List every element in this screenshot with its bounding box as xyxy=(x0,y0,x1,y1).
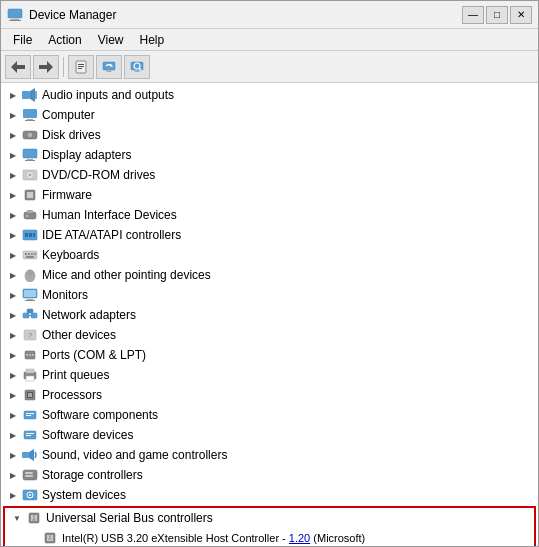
system-label: System devices xyxy=(42,488,538,502)
monitors-label: Monitors xyxy=(42,288,538,302)
svg-rect-75 xyxy=(22,452,29,458)
svg-rect-43 xyxy=(31,253,33,255)
toolbar-separator-1 xyxy=(63,57,64,77)
tree-panel[interactable]: ▶ Audio inputs and outputs ▶ Computer ▶ xyxy=(1,83,538,546)
expand-mice[interactable]: ▶ xyxy=(5,267,21,283)
expand-sound[interactable]: ▶ xyxy=(5,447,21,463)
svg-rect-74 xyxy=(26,435,31,436)
expand-computer[interactable]: ▶ xyxy=(5,107,21,123)
expand-audio[interactable]: ▶ xyxy=(5,87,21,103)
svg-rect-39 xyxy=(33,233,35,237)
firmware-icon xyxy=(21,187,39,203)
tree-item-ports[interactable]: ▶ Ports (COM & LPT) xyxy=(1,345,538,365)
expand-keyboard[interactable]: ▶ xyxy=(5,247,21,263)
tree-item-print[interactable]: ▶ Print queues xyxy=(1,365,538,385)
expand-processors[interactable]: ▶ xyxy=(5,387,21,403)
svg-rect-52 xyxy=(25,300,35,301)
svg-rect-44 xyxy=(34,253,36,255)
svg-rect-78 xyxy=(25,472,33,474)
storage-icon xyxy=(21,467,39,483)
svg-point-35 xyxy=(26,215,28,217)
tree-item-system[interactable]: ▶ System devices xyxy=(1,485,538,505)
tree-item-software-devices[interactable]: ▶ Software devices xyxy=(1,425,538,445)
tree-item-audio[interactable]: ▶ Audio inputs and outputs xyxy=(1,85,538,105)
software-components-label: Software components xyxy=(42,408,538,422)
expand-print[interactable]: ▶ xyxy=(5,367,21,383)
expand-monitors[interactable]: ▶ xyxy=(5,287,21,303)
expand-dvd[interactable]: ▶ xyxy=(5,167,21,183)
properties-button[interactable] xyxy=(68,55,94,79)
expand-hid[interactable]: ▶ xyxy=(5,207,21,223)
svg-rect-8 xyxy=(78,68,82,69)
svg-marker-76 xyxy=(29,449,34,461)
svg-rect-79 xyxy=(25,475,33,477)
back-button[interactable] xyxy=(5,55,31,79)
svg-rect-73 xyxy=(26,433,34,434)
print-icon xyxy=(21,367,39,383)
expand-display[interactable]: ▶ xyxy=(5,147,21,163)
menu-help[interactable]: Help xyxy=(132,31,173,49)
network-label: Network adapters xyxy=(42,308,538,322)
maximize-button[interactable]: □ xyxy=(486,6,508,24)
expand-disk[interactable]: ▶ xyxy=(5,127,21,143)
expand-software-devices[interactable]: ▶ xyxy=(5,427,21,443)
expand-other[interactable]: ▶ xyxy=(5,327,21,343)
minimize-button[interactable]: — xyxy=(462,6,484,24)
expand-ide[interactable]: ▶ xyxy=(5,227,21,243)
tree-item-ide[interactable]: ▶ IDE ATA/ATAPI controllers xyxy=(1,225,538,245)
update-button[interactable] xyxy=(96,55,122,79)
tree-item-software-components[interactable]: ▶ Software components xyxy=(1,405,538,425)
tree-item-monitors[interactable]: ▶ Monitors xyxy=(1,285,538,305)
keyboard-label: Keyboards xyxy=(42,248,538,262)
tree-item-storage[interactable]: ▶ Storage controllers xyxy=(1,465,538,485)
scan-button[interactable] xyxy=(124,55,150,79)
expand-system[interactable]: ▶ xyxy=(5,487,21,503)
version-link[interactable]: 1.20 xyxy=(289,532,310,544)
device-manager-window: Device Manager — □ ✕ File Action View He… xyxy=(0,0,539,547)
audio-label: Audio inputs and outputs xyxy=(42,88,538,102)
svg-rect-2 xyxy=(9,20,21,21)
tree-item-hid[interactable]: ▶ Human Interface Devices xyxy=(1,205,538,225)
forward-button[interactable] xyxy=(33,55,59,79)
menu-action[interactable]: Action xyxy=(40,31,89,49)
title-bar-controls: — □ ✕ xyxy=(462,6,532,24)
menu-file[interactable]: File xyxy=(5,31,40,49)
svg-rect-21 xyxy=(25,120,35,121)
tree-item-computer[interactable]: ▶ Computer xyxy=(1,105,538,125)
svg-rect-42 xyxy=(28,253,30,255)
svg-point-82 xyxy=(29,494,31,496)
hid-icon xyxy=(21,207,39,223)
sound-icon xyxy=(21,447,39,463)
tree-item-mice[interactable]: ▶ Mice and other pointing devices xyxy=(1,265,538,285)
tree-item-usb[interactable]: ▼ Universal Serial Bus controllers xyxy=(5,508,534,528)
audio-icon xyxy=(21,87,39,103)
tree-item-disk[interactable]: ▶ Disk drives xyxy=(1,125,538,145)
menu-view[interactable]: View xyxy=(90,31,132,49)
expand-firmware[interactable]: ▶ xyxy=(5,187,21,203)
title-bar-left: Device Manager xyxy=(7,7,116,23)
tree-item-intel-usb[interactable]: Intel(R) USB 3.20 eXtensible Host Contro… xyxy=(5,528,534,546)
tree-item-dvd[interactable]: ▶ DVD/CD-ROM drives xyxy=(1,165,538,185)
close-button[interactable]: ✕ xyxy=(510,6,532,24)
expand-network[interactable]: ▶ xyxy=(5,307,21,323)
svg-point-24 xyxy=(29,134,31,136)
svg-marker-3 xyxy=(11,61,25,73)
tree-item-firmware[interactable]: ▶ Firmware xyxy=(1,185,538,205)
svg-rect-64 xyxy=(26,369,34,373)
tree-item-network[interactable]: ▶ Network adapters xyxy=(1,305,538,325)
svg-rect-33 xyxy=(24,212,36,219)
tree-item-display[interactable]: ▶ Display adapters xyxy=(1,145,538,165)
software-components-icon xyxy=(21,407,39,423)
svg-rect-19 xyxy=(23,109,37,118)
expand-storage[interactable]: ▶ xyxy=(5,467,21,483)
tree-item-keyboard[interactable]: ▶ Keyboards xyxy=(1,245,538,265)
expand-usb[interactable]: ▼ xyxy=(9,510,25,526)
svg-rect-56 xyxy=(27,309,33,313)
usb-section: ▼ Universal Serial Bus controllers xyxy=(3,506,536,546)
tree-item-processors[interactable]: ▶ Processors xyxy=(1,385,538,405)
expand-software-components[interactable]: ▶ xyxy=(5,407,21,423)
expand-ports[interactable]: ▶ xyxy=(5,347,21,363)
tree-item-sound[interactable]: ▶ Sound, video and game controllers xyxy=(1,445,538,465)
svg-rect-50 xyxy=(24,290,36,297)
tree-item-other[interactable]: ▶ ? Other devices xyxy=(1,325,538,345)
